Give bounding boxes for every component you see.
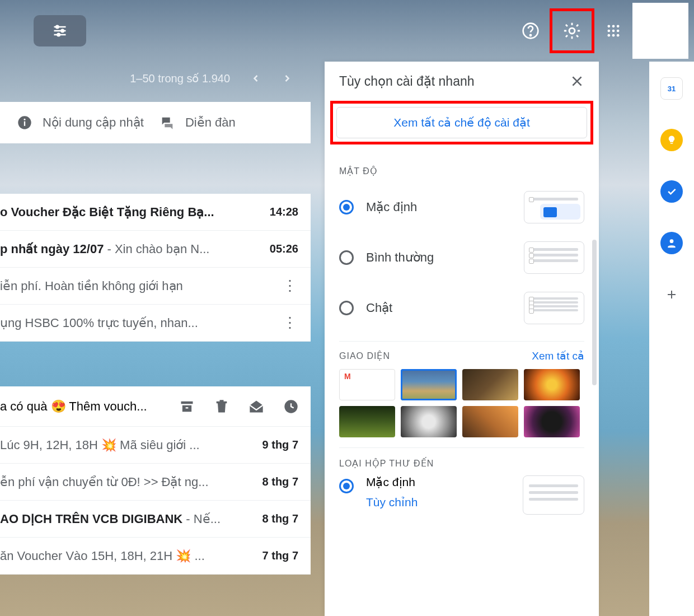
email-time: 9 thg 7 bbox=[262, 438, 298, 451]
quick-settings-panel: Tùy chọn cài đặt nhanh Xem tất cả chế độ… bbox=[325, 62, 599, 616]
see-all-settings-button[interactable]: Xem tất cả chế độ cài đặt bbox=[336, 107, 587, 138]
section-inbox-type-title: LOẠI HỘP THƯ ĐẾN bbox=[339, 458, 584, 469]
apps-grid-icon bbox=[606, 23, 621, 39]
tab-forums[interactable]: Diễn đàn bbox=[160, 115, 236, 130]
email-subject: ăn Voucher Vào 15H, 18H, 21H 💥 ... bbox=[0, 549, 262, 563]
help-icon bbox=[522, 22, 540, 40]
email-row[interactable]: ụng HSBC 100% trực tuyến, nhan... ⋮ bbox=[0, 305, 311, 342]
svg-point-13 bbox=[612, 34, 615, 37]
panel-title: Tùy chọn cài đặt nhanh bbox=[339, 74, 475, 89]
calendar-app-button[interactable]: 31 bbox=[660, 77, 683, 100]
calendar-day: 31 bbox=[668, 85, 676, 93]
svg-point-9 bbox=[608, 30, 611, 32]
option-label: Mặc định bbox=[366, 200, 417, 214]
pager-prev[interactable] bbox=[245, 67, 267, 90]
theme-thumbnail[interactable] bbox=[339, 406, 395, 437]
radio-icon bbox=[339, 301, 354, 315]
email-time: 8 thg 7 bbox=[262, 512, 298, 525]
svg-point-12 bbox=[608, 34, 611, 37]
help-button[interactable] bbox=[516, 16, 545, 45]
contacts-app-button[interactable] bbox=[660, 232, 683, 254]
email-row[interactable]: ăn Voucher Vào 15H, 18H, 21H 💥 ... 7 thg… bbox=[0, 538, 311, 575]
density-preview-comfortable bbox=[524, 241, 584, 274]
radio-checked-icon bbox=[339, 200, 354, 214]
keep-icon bbox=[667, 135, 677, 145]
svg-rect-16 bbox=[24, 122, 25, 126]
density-default-option[interactable]: Mặc định bbox=[339, 182, 584, 232]
pager-next[interactable] bbox=[276, 67, 298, 90]
svg-point-1 bbox=[61, 30, 64, 32]
email-row[interactable]: AO DỊCH TRÊN VCB DIGIBANK - Nế... 8 thg … bbox=[0, 501, 311, 538]
theme-thumbnail[interactable] bbox=[462, 406, 518, 437]
mail-open-icon bbox=[248, 399, 264, 414]
close-button[interactable] bbox=[570, 74, 584, 88]
svg-point-10 bbox=[612, 30, 615, 32]
filter-button[interactable] bbox=[34, 15, 86, 46]
svg-point-5 bbox=[569, 28, 575, 34]
customize-link[interactable]: Tùy chỉnh bbox=[366, 496, 418, 509]
option-label: Bình thường bbox=[366, 250, 434, 265]
keep-app-button[interactable] bbox=[660, 129, 683, 151]
email-subject: Lúc 9H, 12H, 18H 💥 Mã siêu giới ... bbox=[0, 438, 262, 452]
email-row-selected[interactable]: a có quà 😍 Thêm vouch... bbox=[0, 386, 311, 427]
settings-button[interactable] bbox=[550, 8, 594, 53]
email-subject: p nhất ngày 12/07 - Xin chào bạn N... bbox=[0, 242, 270, 256]
density-preview-compact bbox=[524, 292, 584, 324]
email-list: o Voucher Đặc Biệt Tặng Riêng Bạ... 14:2… bbox=[0, 194, 311, 575]
inbox-type-preview bbox=[523, 475, 584, 515]
tune-icon bbox=[52, 23, 68, 39]
chevron-right-icon bbox=[282, 73, 293, 84]
theme-thumbnail-selected[interactable] bbox=[401, 369, 457, 400]
archive-button[interactable] bbox=[177, 397, 196, 416]
email-time: 7 thg 7 bbox=[262, 549, 298, 562]
density-compact-option[interactable]: Chật bbox=[339, 283, 584, 333]
section-density-title: MẬT ĐỘ bbox=[339, 166, 584, 176]
theme-thumbnail[interactable] bbox=[401, 406, 457, 437]
inbox-type-default-option[interactable]: Mặc định Tùy chỉnh bbox=[339, 475, 584, 515]
radio-icon bbox=[339, 250, 354, 265]
tasks-icon bbox=[666, 186, 677, 197]
email-row[interactable]: ễn phí vận chuyển từ 0Đ! >> Đặt ng... 8 … bbox=[0, 464, 311, 501]
mark-read-button[interactable] bbox=[247, 397, 266, 416]
more-icon[interactable]: ⋮ bbox=[282, 277, 298, 295]
more-icon[interactable]: ⋮ bbox=[282, 314, 298, 332]
email-time: 8 thg 7 bbox=[262, 475, 298, 488]
svg-point-4 bbox=[530, 35, 531, 36]
snooze-button[interactable] bbox=[282, 397, 301, 416]
svg-point-19 bbox=[670, 239, 674, 243]
section-theme-title: GIAO DIỆN bbox=[339, 351, 390, 361]
svg-point-14 bbox=[617, 34, 620, 37]
gear-icon bbox=[562, 21, 582, 40]
theme-thumbnail[interactable] bbox=[524, 369, 580, 400]
tab-updates[interactable]: Nội dung cập nhật bbox=[17, 115, 144, 130]
email-row[interactable]: Lúc 9H, 12H, 18H 💥 Mã siêu giới ... 9 th… bbox=[0, 427, 311, 464]
tasks-app-button[interactable] bbox=[660, 180, 683, 203]
app-header bbox=[0, 0, 694, 62]
svg-point-8 bbox=[617, 25, 620, 28]
theme-thumbnail[interactable] bbox=[339, 369, 395, 400]
chevron-left-icon bbox=[250, 73, 261, 84]
add-app-button[interactable] bbox=[660, 283, 683, 306]
view-all-themes-link[interactable]: Xem tất cả bbox=[532, 349, 584, 362]
trash-icon bbox=[214, 399, 229, 414]
forum-icon bbox=[160, 115, 175, 130]
email-subject: a có quà 😍 Thêm vouch... bbox=[0, 399, 177, 414]
email-row[interactable]: iễn phí. Hoàn tiền không giới hạn ⋮ bbox=[0, 268, 311, 305]
email-subject: AO DỊCH TRÊN VCB DIGIBANK - Nế... bbox=[0, 512, 262, 526]
inbox-column: 1–50 trong số 1.940 Nội dung cập nhật Di… bbox=[0, 62, 311, 616]
info-icon bbox=[17, 115, 32, 130]
delete-button[interactable] bbox=[212, 397, 231, 416]
apps-button[interactable] bbox=[599, 16, 628, 45]
row-actions bbox=[177, 397, 301, 416]
scrollbar[interactable] bbox=[592, 240, 597, 385]
email-subject: ễn phí vận chuyển từ 0Đ! >> Đặt ng... bbox=[0, 475, 262, 489]
email-row[interactable]: p nhất ngày 12/07 - Xin chào bạn N... 05… bbox=[0, 231, 311, 268]
theme-thumbnail[interactable] bbox=[462, 369, 518, 400]
svg-point-7 bbox=[612, 25, 615, 28]
email-row[interactable]: o Voucher Đặc Biệt Tặng Riêng Bạ... 14:2… bbox=[0, 194, 311, 231]
density-comfortable-option[interactable]: Bình thường bbox=[339, 232, 584, 283]
person-icon bbox=[666, 237, 677, 249]
account-avatar[interactable] bbox=[632, 3, 688, 59]
theme-thumbnail[interactable] bbox=[524, 406, 580, 437]
plus-icon bbox=[665, 288, 678, 301]
